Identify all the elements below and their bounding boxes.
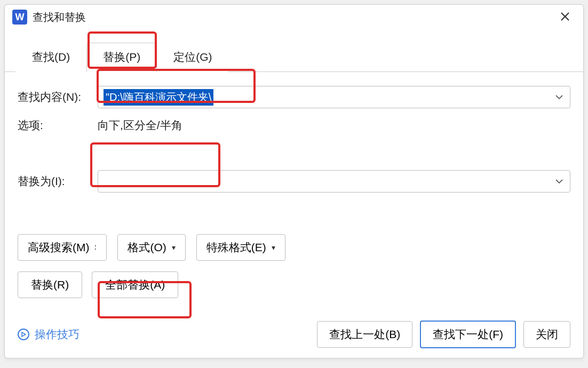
close-icon[interactable]: [554, 8, 576, 26]
titlebar: W 查找和替换: [5, 5, 583, 29]
tab-bar: 查找(D) 替换(P) 定位(G): [5, 37, 583, 72]
advanced-search-button[interactable]: 高级搜索(M) ∶: [18, 234, 107, 261]
footer: 操作技巧 查找上一处(B) 查找下一处(F) 关闭: [5, 312, 583, 359]
app-icon: W: [12, 10, 27, 25]
tips-label: 操作技巧: [35, 327, 80, 342]
caret-down-icon: ▾: [172, 243, 176, 252]
find-input[interactable]: "D:\嗨百科演示文件夹\: [98, 86, 570, 108]
format-button[interactable]: 格式(O) ▾: [117, 234, 185, 261]
dialog-title: 查找和替换: [33, 10, 554, 25]
action-row: 替换(R) 全部替换(A): [18, 271, 570, 298]
caret-down-icon: ∶: [94, 243, 97, 252]
play-icon: [18, 329, 29, 340]
replace-all-button[interactable]: 全部替换(A): [92, 271, 178, 298]
tips-link[interactable]: 操作技巧: [18, 327, 80, 342]
find-prev-button[interactable]: 查找上一处(B): [317, 321, 412, 348]
replace-label: 替换为(I):: [18, 174, 98, 189]
close-button[interactable]: 关闭: [523, 321, 570, 348]
tab-find[interactable]: 查找(D): [15, 43, 86, 72]
special-label: 特殊格式(E): [206, 240, 266, 255]
options-label: 选项:: [18, 118, 98, 133]
find-replace-dialog: W 查找和替换 查找(D) 替换(P) 定位(G) 查找内容(N): "D:\嗨…: [4, 4, 584, 358]
find-row: 查找内容(N): "D:\嗨百科演示文件夹\: [18, 86, 570, 108]
chevron-down-icon[interactable]: [555, 177, 563, 186]
replace-input[interactable]: [98, 170, 570, 193]
advanced-label: 高级搜索(M): [28, 240, 89, 255]
options-row: 选项: 向下,区分全/半角: [18, 118, 570, 133]
caret-down-icon: ▾: [272, 243, 275, 252]
tab-goto[interactable]: 定位(G): [157, 43, 228, 72]
format-label: 格式(O): [128, 240, 166, 255]
toolbar-row: 高级搜索(M) ∶ 格式(O) ▾ 特殊格式(E) ▾: [18, 202, 570, 261]
replace-button[interactable]: 替换(R): [18, 271, 82, 298]
dialog-body: 查找内容(N): "D:\嗨百科演示文件夹\ 选项: 向下,区分全/半角 替换为…: [5, 72, 583, 312]
chevron-down-icon[interactable]: [555, 92, 563, 102]
special-format-button[interactable]: 特殊格式(E) ▾: [196, 234, 285, 261]
options-value: 向下,区分全/半角: [98, 118, 182, 133]
tab-replace[interactable]: 替换(P): [86, 43, 157, 72]
find-value: "D:\嗨百科演示文件夹\: [104, 89, 213, 106]
find-label: 查找内容(N):: [18, 90, 98, 105]
replace-row: 替换为(I):: [18, 170, 570, 193]
find-next-button[interactable]: 查找下一处(F): [420, 321, 516, 348]
